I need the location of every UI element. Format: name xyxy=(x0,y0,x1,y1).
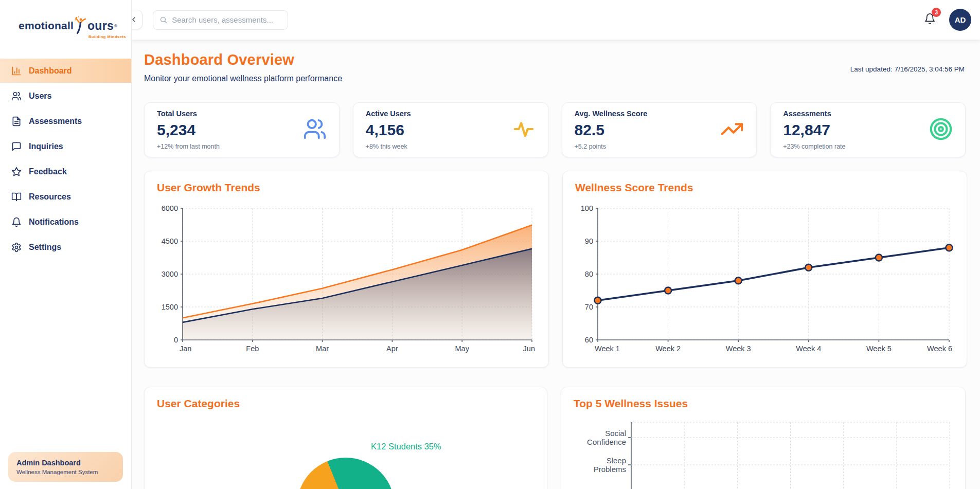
star-icon xyxy=(11,167,22,177)
bottom-charts-row: User Categories K12 Students 35% Top 5 W… xyxy=(144,387,966,489)
svg-text:4500: 4500 xyxy=(162,237,178,245)
wellness-issues-chart-card: Top 5 Wellness Issues SocialConfidenceSl… xyxy=(561,387,966,489)
sidebar-item-label: Users xyxy=(29,92,51,101)
search-input[interactable] xyxy=(172,15,281,24)
stat-card-assessments: Assessments 12,847 +23% completion rate xyxy=(770,102,966,157)
sidebar-item-label: Resources xyxy=(29,192,71,202)
svg-text:Mar: Mar xyxy=(316,345,329,353)
wellness-score-line-chart: Week 1Week 2Week 3Week 4Week 5Week 66070… xyxy=(575,203,954,359)
charts-row: User Growth Trends JanFebMarAprMayJun015… xyxy=(144,171,966,368)
svg-text:0: 0 xyxy=(174,336,178,344)
page-subtitle: Monitor your emotional wellness platform… xyxy=(144,74,966,83)
last-updated: Last updated: 7/16/2025, 3:04:56 PM xyxy=(850,65,965,73)
svg-text:90: 90 xyxy=(585,237,593,245)
user-growth-chart-card: User Growth Trends JanFebMarAprMayJun015… xyxy=(144,171,549,368)
main-content: Dashboard Overview Monitor your emotiona… xyxy=(132,40,980,489)
sidebar: emotionall ours ® Building Mindsets Dash… xyxy=(0,0,132,489)
stat-card-active-users: Active Users 4,156 +8% this week xyxy=(353,102,548,157)
sidebar-nav: Dashboard Users Assessments Inquiries Fe… xyxy=(0,59,131,260)
bell-icon xyxy=(11,217,22,227)
svg-text:6000: 6000 xyxy=(162,204,178,212)
sidebar-item-label: Notifications xyxy=(29,218,79,227)
sidebar-item-feedback[interactable]: Feedback xyxy=(0,159,131,184)
sidebar-item-label: Inquiries xyxy=(29,142,63,151)
registered-mark: ® xyxy=(114,24,117,28)
svg-text:70: 70 xyxy=(585,303,593,311)
sidebar-item-label: Assessments xyxy=(29,117,82,126)
topbar-actions: 3 AD xyxy=(924,9,980,31)
svg-text:Feb: Feb xyxy=(246,345,259,353)
brand-logo[interactable]: emotionall ours ® Building Mindsets xyxy=(19,11,131,40)
svg-text:60: 60 xyxy=(585,336,593,344)
wellness-issues-bar-chart: SocialConfidenceSleepProblems xyxy=(574,419,953,489)
pie-slice-label: K12 Students 35% xyxy=(371,442,441,451)
notifications-button[interactable]: 3 xyxy=(924,13,936,27)
svg-text:Week 2: Week 2 xyxy=(655,345,681,353)
brand-tagline: Building Mindsets xyxy=(88,34,126,39)
brand-name-right: ours xyxy=(87,19,114,33)
sidebar-item-inquiries[interactable]: Inquiries xyxy=(0,134,131,158)
stat-label: Avg. Wellness Score xyxy=(575,110,648,118)
user-categories-chart-card: User Categories K12 Students 35% xyxy=(144,387,547,489)
stat-value: 12,847 xyxy=(783,121,845,139)
target-icon xyxy=(929,117,953,143)
book-open-icon xyxy=(11,192,22,202)
svg-text:Jan: Jan xyxy=(180,345,191,353)
svg-text:80: 80 xyxy=(585,270,593,278)
stat-change: +5.2 points xyxy=(575,143,648,150)
svg-text:Week 1: Week 1 xyxy=(595,345,620,353)
sidebar-item-assessments[interactable]: Assessments xyxy=(0,109,131,133)
stat-change: +8% this week xyxy=(366,143,411,150)
svg-text:Week 6: Week 6 xyxy=(927,345,952,353)
file-text-icon xyxy=(11,116,22,126)
user-categories-pie-chart xyxy=(297,458,395,489)
svg-text:May: May xyxy=(455,345,469,353)
svg-text:Week 5: Week 5 xyxy=(866,345,892,353)
stat-cards-row: Total Users 5,234 +12% from last month A… xyxy=(144,102,966,157)
sidebar-item-settings[interactable]: Settings xyxy=(0,235,131,259)
chart-title: Wellness Score Trends xyxy=(575,182,954,194)
gear-icon xyxy=(11,242,22,252)
chart-title: Top 5 Wellness Issues xyxy=(574,397,953,410)
stat-label: Active Users xyxy=(366,110,411,118)
stat-card-total-users: Total Users 5,234 +12% from last month xyxy=(144,102,340,157)
users-icon xyxy=(303,117,327,143)
admin-footer-card: Admin Dashboard Wellness Management Syst… xyxy=(8,452,123,482)
logo-figure-icon xyxy=(74,16,87,35)
svg-text:Week 3: Week 3 xyxy=(726,345,751,353)
admin-footer-subtitle: Wellness Management System xyxy=(16,469,115,475)
stat-change: +23% completion rate xyxy=(783,143,845,150)
stat-label: Assessments xyxy=(783,110,845,118)
notification-badge: 3 xyxy=(932,8,941,17)
svg-text:SleepProblems: SleepProblems xyxy=(594,456,626,474)
stat-card-wellness-score: Avg. Wellness Score 82.5 +5.2 points xyxy=(562,102,757,157)
trending-up-icon xyxy=(720,117,744,143)
svg-text:Jun: Jun xyxy=(523,345,535,353)
svg-text:3000: 3000 xyxy=(162,270,178,278)
stat-value: 82.5 xyxy=(575,121,648,139)
user-growth-area-chart: JanFebMarAprMayJun01500300045006000 xyxy=(157,203,536,359)
stat-value: 4,156 xyxy=(366,121,411,139)
activity-icon xyxy=(512,117,536,143)
sidebar-item-dashboard[interactable]: Dashboard xyxy=(0,59,131,83)
sidebar-item-users[interactable]: Users xyxy=(0,84,131,108)
users-icon xyxy=(11,91,22,101)
svg-text:1500: 1500 xyxy=(162,303,178,311)
bar-chart-icon xyxy=(11,66,22,76)
topbar: 3 AD xyxy=(132,0,980,40)
svg-text:100: 100 xyxy=(581,204,593,212)
svg-text:Week 4: Week 4 xyxy=(796,345,821,353)
sidebar-item-label: Dashboard xyxy=(29,66,72,76)
sidebar-item-label: Settings xyxy=(29,243,61,252)
chart-title: User Categories xyxy=(157,397,534,410)
avatar[interactable]: AD xyxy=(949,9,971,31)
sidebar-item-notifications[interactable]: Notifications xyxy=(0,210,131,234)
search-icon xyxy=(159,15,167,24)
chart-title: User Growth Trends xyxy=(157,182,536,194)
sidebar-item-resources[interactable]: Resources xyxy=(0,185,131,209)
admin-footer-title: Admin Dashboard xyxy=(16,459,115,467)
svg-text:SocialConfidence: SocialConfidence xyxy=(587,429,626,446)
sidebar-item-label: Feedback xyxy=(29,167,67,176)
page-title: Dashboard Overview xyxy=(144,51,966,68)
message-square-icon xyxy=(11,141,22,152)
